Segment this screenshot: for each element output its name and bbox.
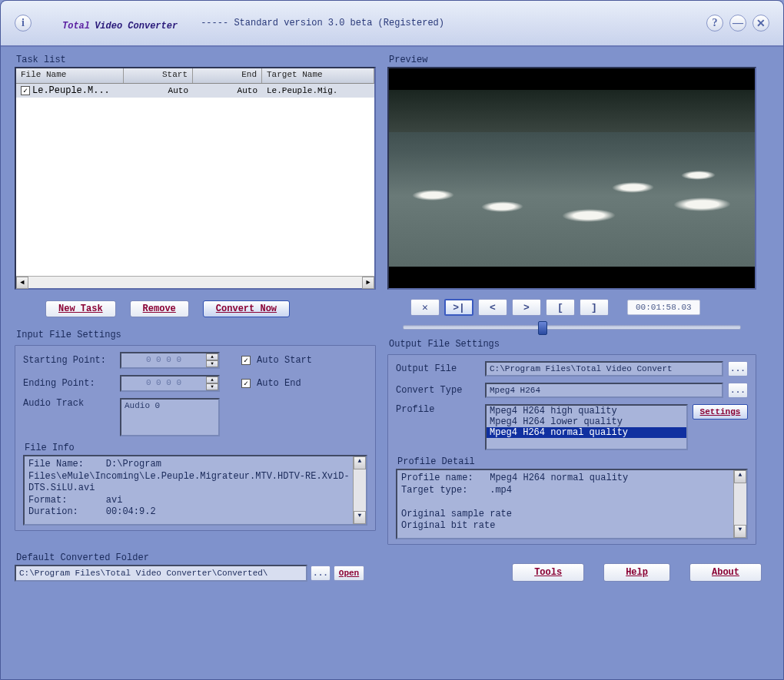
input-settings-label: Input File Settings	[15, 330, 376, 340]
spin-down-icon[interactable]: ▼	[206, 360, 218, 367]
auto-start-checkbox[interactable]: ✓Auto Start	[241, 355, 312, 366]
profile-option[interactable]: Mpeg4 H264 high quality	[487, 406, 686, 416]
scroll-up-icon[interactable]: ▲	[734, 470, 746, 483]
version-text: ----- Standard version 3.0 beta (Registe…	[201, 18, 444, 28]
v-scrollbar[interactable]: ▲▼	[733, 470, 746, 538]
table-row[interactable]: ✓Le.Peuple.M... Auto Auto Le.Peuple.Mig.	[16, 84, 374, 98]
remove-button[interactable]: Remove	[130, 300, 189, 317]
ending-point-label: Ending Point:	[23, 378, 114, 389]
profile-settings-button[interactable]: Settings	[693, 404, 748, 420]
audio-track-list[interactable]: Audio 0	[120, 398, 220, 436]
default-folder-label: Default Converted Folder	[15, 552, 364, 563]
file-info-label: File Info	[23, 443, 367, 453]
folder-browse-button[interactable]: ...	[311, 566, 331, 581]
convert-now-button[interactable]: Convert Now	[203, 300, 290, 317]
profile-detail-box: Profile name: Mpeg4 H264 normal quality …	[396, 469, 748, 539]
spin-up-icon[interactable]: ▲	[206, 376, 218, 383]
output-file-field[interactable]: C:\Program Files\Total Video Convert	[485, 361, 723, 376]
tasklist-label: Task list	[15, 55, 376, 65]
input-settings-panel: Starting Point: 0 0 0 0 ▲▼ ✓Auto Start E…	[15, 345, 376, 531]
default-folder-field[interactable]: C:\Program Files\Total Video Converter\C…	[15, 565, 307, 582]
next-button[interactable]: >	[512, 299, 541, 316]
app-window: i Total Video Converter ----- Standard v…	[0, 0, 784, 680]
preview-pane[interactable]	[387, 67, 756, 290]
help-button[interactable]: ?	[706, 15, 723, 32]
tasklist-header: File Name Start End Target Name	[16, 68, 374, 84]
video-frame	[389, 90, 755, 267]
col-start[interactable]: Start	[124, 68, 193, 83]
scroll-right-icon[interactable]: ►	[362, 277, 374, 289]
scroll-down-icon[interactable]: ▼	[354, 511, 366, 524]
convert-type-label: Convert Type	[396, 385, 480, 396]
starting-point-input[interactable]: 0 0 0 0 ▲▼	[120, 352, 220, 369]
col-filename[interactable]: File Name	[16, 68, 124, 83]
col-end[interactable]: End	[193, 68, 262, 83]
convert-type-field[interactable]: Mpeg4 H264	[485, 383, 723, 398]
output-settings-label: Output File Settings	[387, 339, 756, 350]
profile-option-selected[interactable]: Mpeg4 H264 normal quality	[487, 427, 686, 438]
scroll-down-icon[interactable]: ▼	[734, 525, 746, 538]
output-settings-panel: Output File C:\Program Files\Total Video…	[387, 354, 756, 545]
preview-label: Preview	[387, 55, 756, 65]
app-title: Total Video Converter	[62, 13, 178, 33]
help-button[interactable]: Help	[603, 563, 670, 582]
scroll-up-icon[interactable]: ▲	[354, 456, 366, 469]
close-button[interactable]: ✕	[752, 15, 769, 32]
convert-type-browse-button[interactable]: ...	[728, 383, 748, 398]
stop-button[interactable]: ✕	[410, 299, 440, 316]
row-checkbox[interactable]: ✓	[21, 86, 30, 95]
seek-slider[interactable]	[403, 325, 741, 330]
scroll-left-icon[interactable]: ◄	[16, 277, 28, 289]
titlebar: i Total Video Converter ----- Standard v…	[1, 1, 783, 47]
profile-label: Profile	[396, 404, 480, 415]
file-info-box: File Name: D:\Program Files\eMule\Incomi…	[23, 455, 367, 526]
minimize-button[interactable]: —	[729, 15, 746, 32]
about-button[interactable]: About	[689, 563, 762, 582]
mark-in-button[interactable]: [	[546, 299, 575, 316]
timecode-display: 00:01:58.03	[627, 300, 700, 315]
starting-point-label: Starting Point:	[23, 355, 114, 366]
folder-open-button[interactable]: Open	[334, 566, 364, 581]
slider-thumb[interactable]	[538, 321, 547, 335]
play-button[interactable]: >|	[444, 299, 473, 316]
audio-track-label: Audio Track	[23, 398, 114, 409]
auto-end-checkbox[interactable]: ✓Auto End	[241, 378, 301, 389]
ending-point-input[interactable]: 0 0 0 0 ▲▼	[120, 375, 220, 392]
spin-up-icon[interactable]: ▲	[206, 353, 218, 360]
new-task-button[interactable]: New Task	[45, 300, 116, 317]
profile-option[interactable]: Mpeg4 H264 lower quality	[487, 416, 686, 427]
v-scrollbar[interactable]: ▲▼	[353, 456, 366, 524]
h-scrollbar[interactable]: ◄ ►	[16, 276, 374, 288]
prev-button[interactable]: <	[478, 299, 507, 316]
profile-detail-label: Profile Detail	[396, 456, 748, 467]
output-file-label: Output File	[396, 363, 480, 374]
tasklist: File Name Start End Target Name ✓Le.Peup…	[15, 67, 376, 290]
spin-down-icon[interactable]: ▼	[206, 383, 218, 390]
mark-out-button[interactable]: ]	[580, 299, 609, 316]
col-target[interactable]: Target Name	[262, 68, 374, 83]
info-button[interactable]: i	[15, 15, 32, 32]
profile-list[interactable]: Mpeg4 H264 high quality Mpeg4 H264 lower…	[485, 404, 688, 450]
output-file-browse-button[interactable]: ...	[728, 361, 748, 376]
tools-button[interactable]: Tools	[512, 563, 584, 582]
